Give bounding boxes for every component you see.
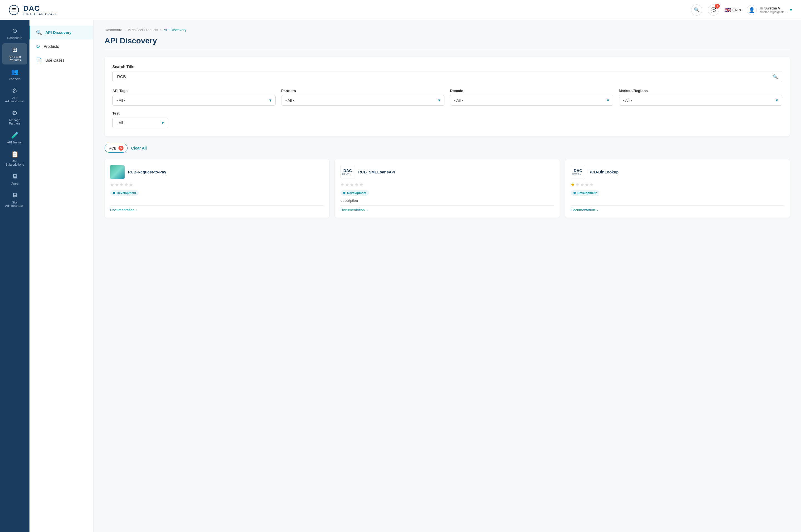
markets-select-wrap: - All - ▼ [619, 95, 782, 106]
sub-sidebar-item-use-cases[interactable]: 📄 Use Cases [30, 53, 93, 67]
sidebar-item-dashboard[interactable]: ⊙ Dashboard [2, 24, 27, 42]
site-admin-icon: 🖥 [12, 192, 18, 199]
breadcrumb: Dashboard › APIs And Products › API Disc… [105, 28, 790, 32]
app-body: ⊙ Dashboard ⊞ APIs and Products 👥 Partne… [0, 20, 801, 532]
sidebar-item-api-administration[interactable]: ⚙ API Administration [2, 84, 27, 106]
api-discovery-icon: 🔍 [36, 30, 42, 36]
api-card-title-3: RCB-BinLookup [589, 170, 618, 174]
partners-select-wrap: - All - ▼ [281, 95, 444, 106]
sidebar-item-manage-partners[interactable]: ⚙ Manage Partners [2, 107, 27, 128]
partners-select[interactable]: - All - [281, 95, 444, 106]
notification-badge: 1 [715, 4, 720, 8]
tag-chip-rcb: RCB ✕ [105, 144, 128, 153]
api-card-footer-1[interactable]: Documentation › [110, 205, 324, 212]
flag-icon: 🇬🇧 [725, 7, 731, 13]
logo-area: ☰ DAC DIGITAL APICRAFT [9, 4, 57, 16]
domain-label: Domain [450, 89, 613, 93]
apps-icon: 🖥 [12, 173, 18, 180]
clear-all-button[interactable]: Clear All [131, 146, 147, 150]
api-card-title-1: RCB-Request-to-Pay [128, 170, 166, 174]
breadcrumb-api-discovery[interactable]: API Discovery [164, 28, 187, 32]
api-admin-icon: ⚙ [12, 87, 18, 95]
menu-icon[interactable]: ☰ [9, 5, 19, 15]
logo: DAC DIGITAL APICRAFT [23, 4, 57, 16]
api-card-thumb-1 [110, 165, 125, 179]
domain-group: Domain - All - ▼ [450, 89, 613, 106]
active-filters-row: RCB ✕ Clear All [105, 144, 790, 153]
api-card-rcb-bin-lookup: DAC DIGITAL APICRAFT RCB-BinLookup ★ ★ ★… [565, 159, 790, 217]
api-card-rcb-request-to-pay: RCB-Request-to-Pay ★ ★ ★ ★ ★ Development… [105, 159, 329, 217]
sidebar: ⊙ Dashboard ⊞ APIs and Products 👥 Partne… [0, 20, 30, 532]
api-tags-group: API Tags - All - ▼ [112, 89, 276, 106]
sidebar-item-api-testing[interactable]: 🧪 API Testing [2, 129, 27, 147]
api-card-rcb-sme-loans: DAC DIGITAL APICRAFT RCB_SMELoansAPI ★ ★… [335, 159, 560, 217]
api-tags-select-wrap: - All - ▼ [112, 95, 276, 106]
breadcrumb-sep-1: › [125, 28, 126, 32]
api-testing-icon: 🧪 [11, 132, 19, 139]
apis-products-icon: ⊞ [12, 46, 17, 53]
api-card-desc-2: description [340, 198, 554, 203]
manage-partners-icon: ⚙ [12, 110, 18, 117]
domain-select[interactable]: - All - [450, 95, 613, 106]
markets-group: Markets/Regions - All - ▼ [619, 89, 782, 106]
main-content: Dashboard › APIs And Products › API Disc… [93, 20, 801, 532]
api-card-header-1: RCB-Request-to-Pay [110, 165, 324, 179]
breadcrumb-dashboard[interactable]: Dashboard [105, 28, 123, 32]
notification-button[interactable]: 💬 1 [708, 4, 719, 16]
sidebar-item-apis-products[interactable]: ⊞ APIs and Products [2, 43, 27, 64]
test-select[interactable]: - All - [112, 118, 168, 128]
search-input[interactable] [112, 71, 782, 82]
api-card-stars-1: ★ ★ ★ ★ ★ [110, 182, 324, 187]
api-card-title-2: RCB_SMELoansAPI [358, 170, 395, 174]
test-select-wrap: - All - ▼ [112, 118, 168, 128]
use-cases-icon: 📄 [36, 57, 42, 63]
api-card-badge-1: Development [110, 190, 324, 196]
filter-card: Search Title 🔍 API Tags - All - ▼ [105, 57, 790, 136]
api-card-logo-3: DAC DIGITAL APICRAFT [571, 165, 585, 179]
api-card-logo-2: DAC DIGITAL APICRAFT [340, 165, 355, 179]
api-card-footer-2[interactable]: Documentation › [340, 205, 554, 212]
api-tags-label: API Tags [112, 89, 276, 93]
api-card-badge-3: Development [571, 190, 784, 196]
sidebar-item-partners[interactable]: 👥 Partners [2, 65, 27, 83]
api-card-header-3: DAC DIGITAL APICRAFT RCB-BinLookup [571, 165, 784, 179]
breadcrumb-sep-2: › [160, 28, 161, 32]
user-info: Hi Swetha V swetha.v@digitala... [760, 6, 787, 14]
page-title: API Discovery [105, 36, 790, 50]
top-header: ☰ DAC DIGITAL APICRAFT 🔍 💬 1 🇬🇧 EN ▾ 👤 H… [0, 0, 801, 20]
filter-test-row: Test - All - ▼ [112, 111, 782, 128]
api-cards-grid: RCB-Request-to-Pay ★ ★ ★ ★ ★ Development… [105, 159, 790, 217]
api-card-stars-2: ★ ★ ★ ★ ★ [340, 182, 554, 187]
search-title-label: Search Title [112, 64, 782, 69]
language-selector[interactable]: 🇬🇧 EN ▾ [725, 7, 741, 13]
partners-group: Partners - All - ▼ [281, 89, 444, 106]
search-icon: 🔍 [772, 74, 778, 79]
sidebar-item-api-subscriptions[interactable]: 📋 API Subscriptions [2, 148, 27, 169]
api-card-stars-3: ★ ★ ★ ★ ★ [571, 182, 784, 187]
api-card-badge-2: Development [340, 190, 554, 196]
subscriptions-icon: 📋 [11, 151, 19, 158]
sidebar-item-apps[interactable]: 🖥 Apps [2, 170, 27, 188]
test-group: Test - All - ▼ [112, 111, 168, 128]
dashboard-icon: ⊙ [12, 27, 17, 35]
domain-select-wrap: - All - ▼ [450, 95, 613, 106]
header-right: 🔍 💬 1 🇬🇧 EN ▾ 👤 Hi Swetha V swetha.v@dig… [691, 4, 792, 16]
partners-icon: 👥 [11, 69, 19, 76]
products-icon: ⚙ [36, 43, 40, 50]
api-card-header-2: DAC DIGITAL APICRAFT RCB_SMELoansAPI [340, 165, 554, 179]
api-card-footer-3[interactable]: Documentation › [571, 205, 784, 212]
test-label: Test [112, 111, 168, 115]
sidebar-item-site-administration[interactable]: 🖥 Site Administration [2, 189, 27, 210]
avatar: 👤 [747, 5, 757, 15]
markets-label: Markets/Regions [619, 89, 782, 93]
breadcrumb-apis-products[interactable]: APIs And Products [128, 28, 158, 32]
header-search-button[interactable]: 🔍 [691, 4, 702, 16]
tag-chip-remove-rcb[interactable]: ✕ [118, 146, 124, 151]
partners-label: Partners [281, 89, 444, 93]
sub-sidebar-item-api-discovery[interactable]: 🔍 API Discovery [30, 25, 93, 39]
user-area[interactable]: 👤 Hi Swetha V swetha.v@digitala... ▾ [747, 5, 792, 15]
sub-sidebar: 🔍 API Discovery ⚙ Products 📄 Use Cases [30, 20, 93, 532]
api-tags-select[interactable]: - All - [112, 95, 276, 106]
markets-select[interactable]: - All - [619, 95, 782, 106]
sub-sidebar-item-products[interactable]: ⚙ Products [30, 39, 93, 53]
